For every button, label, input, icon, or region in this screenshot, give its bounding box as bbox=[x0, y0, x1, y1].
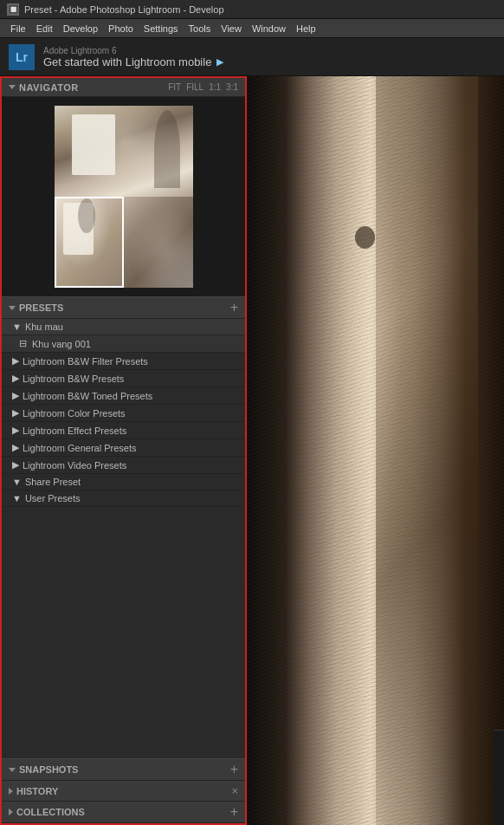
nav-fill[interactable]: FILL bbox=[186, 82, 204, 92]
nav-1to1[interactable]: 1:1 bbox=[209, 82, 221, 92]
preset-group-bw[interactable]: ▶ Lightroom B&W Presets bbox=[2, 370, 245, 387]
triangle-right-icon-3: ▶ bbox=[12, 390, 19, 401]
triangle-right-icon-6: ▶ bbox=[12, 442, 19, 453]
effect-label: Lightroom Effect Presets bbox=[23, 425, 126, 436]
menu-window[interactable]: Window bbox=[247, 23, 291, 34]
triangle-right-icon-5: ▶ bbox=[12, 425, 19, 436]
navigator-collapse-icon bbox=[9, 85, 16, 89]
preset-group-video[interactable]: ▶ Lightroom Video Presets bbox=[2, 457, 245, 474]
photo-strip bbox=[494, 730, 504, 825]
preset-group-khumau: ▼ Khu mau ⊟ Khu vang 001 bbox=[2, 319, 245, 353]
snapshots-add-button[interactable]: + bbox=[230, 763, 238, 776]
bwtoned-label: Lightroom B&W Toned Presets bbox=[23, 391, 152, 401]
presets-section: Presets + ▼ Khu mau ⊟ Khu vang 001 ▶ bbox=[2, 296, 245, 758]
nav-image-bottom-right bbox=[124, 197, 193, 288]
triangle-right-icon-4: ▶ bbox=[12, 407, 19, 419]
snapshots-header[interactable]: Snapshots + bbox=[2, 759, 245, 781]
window-title: Preset - Adobe Photoshop Lightroom - Dev… bbox=[24, 4, 224, 15]
bw-label: Lightroom B&W Presets bbox=[23, 374, 124, 384]
nav-image-bottom-left bbox=[55, 197, 124, 288]
bottom-sections: Snapshots + History × Collections + bbox=[2, 758, 245, 823]
play-button[interactable]: ▶ bbox=[216, 56, 223, 68]
nav-3to1[interactable]: 3:1 bbox=[226, 82, 238, 92]
history-expand-icon bbox=[9, 788, 13, 795]
color-label: Lightroom Color Presets bbox=[23, 408, 126, 419]
main-layout: Navigator FIT FILL 1:1 3:1 bbox=[0, 76, 504, 825]
triangle-down-icon: ▼ bbox=[12, 322, 22, 332]
presets-add-button[interactable]: + bbox=[230, 301, 238, 315]
menu-bar: File Edit Develop Photo Settings Tools V… bbox=[0, 19, 504, 38]
menu-help[interactable]: Help bbox=[291, 23, 321, 34]
preset-group-userpresets[interactable]: ▼ User Presets bbox=[2, 490, 245, 507]
preset-group-effect[interactable]: ▶ Lightroom Effect Presets bbox=[2, 422, 245, 439]
triangle-right-icon-2: ▶ bbox=[12, 373, 19, 384]
collections-expand-icon bbox=[9, 809, 13, 815]
menu-view[interactable]: View bbox=[216, 23, 247, 34]
filmstrip bbox=[494, 731, 504, 825]
right-photo-area bbox=[247, 76, 504, 825]
app-subtitle: Adobe Lightroom 6 bbox=[43, 46, 223, 55]
snapshots-title: Snapshots bbox=[19, 764, 78, 775]
spacer bbox=[2, 507, 245, 514]
history-close-button[interactable]: × bbox=[231, 784, 238, 797]
menu-photo[interactable]: Photo bbox=[103, 23, 139, 34]
collections-header[interactable]: Collections + bbox=[2, 802, 245, 823]
menu-tools[interactable]: Tools bbox=[184, 23, 216, 34]
preset-file-icon: ⊟ bbox=[19, 338, 27, 349]
snapshots-collapse-icon bbox=[9, 768, 16, 772]
main-photo bbox=[247, 76, 504, 825]
title-bar: 🔲 Preset - Adobe Photoshop Lightroom - D… bbox=[0, 0, 504, 19]
triangle-down-icon-2: ▼ bbox=[12, 477, 22, 487]
menu-settings[interactable]: Settings bbox=[139, 23, 184, 34]
preset-group-general[interactable]: ▶ Lightroom General Presets bbox=[2, 439, 245, 457]
menu-edit[interactable]: Edit bbox=[31, 23, 58, 34]
navigator-area bbox=[2, 97, 245, 296]
nav-fit[interactable]: FIT bbox=[168, 82, 181, 92]
triangle-right-icon: ▶ bbox=[12, 355, 19, 367]
preset-group-color[interactable]: ▶ Lightroom Color Presets bbox=[2, 405, 245, 422]
preset-group-khumau-header[interactable]: ▼ Khu mau bbox=[2, 319, 245, 335]
sharepreset-label: Share Preset bbox=[25, 477, 81, 487]
bwfilter-label: Lightroom B&W Filter Presets bbox=[23, 356, 148, 367]
preset-group-bwtoned[interactable]: ▶ Lightroom B&W Toned Presets bbox=[2, 387, 245, 405]
app-icon: 🔲 bbox=[7, 3, 19, 16]
menu-file[interactable]: File bbox=[5, 23, 31, 34]
khumau-label: Khu mau bbox=[25, 322, 63, 332]
menu-develop[interactable]: Develop bbox=[58, 23, 103, 34]
triangle-down-icon-3: ▼ bbox=[12, 493, 22, 503]
history-title: History bbox=[16, 786, 58, 796]
lr-badge: Lr bbox=[9, 44, 35, 70]
collections-title: Collections bbox=[16, 807, 85, 817]
general-label: Lightroom General Presets bbox=[23, 443, 136, 453]
app-header: Lr Adobe Lightroom 6 Get started with Li… bbox=[0, 38, 504, 76]
navigator-header[interactable]: Navigator FIT FILL 1:1 3:1 bbox=[2, 78, 245, 97]
video-label: Lightroom Video Presets bbox=[23, 460, 126, 471]
presets-header[interactable]: Presets + bbox=[2, 296, 245, 319]
khuvang-label: Khu vang 001 bbox=[32, 339, 91, 349]
preset-group-sharepreset[interactable]: ▼ Share Preset bbox=[2, 474, 245, 490]
history-header[interactable]: History × bbox=[2, 781, 245, 802]
presets-title: Presets bbox=[19, 302, 63, 313]
preset-group-bwfilter[interactable]: ▶ Lightroom B&W Filter Presets bbox=[2, 353, 245, 370]
presets-collapse-icon bbox=[9, 306, 16, 310]
triangle-right-icon-7: ▶ bbox=[12, 459, 19, 471]
nav-image-top bbox=[55, 106, 193, 197]
preset-item-khuvang[interactable]: ⊟ Khu vang 001 bbox=[2, 335, 245, 353]
userpresets-label: User Presets bbox=[25, 493, 81, 503]
app-title: Get started with Lightroom mobile ▶ bbox=[43, 55, 223, 68]
left-panel: Navigator FIT FILL 1:1 3:1 bbox=[0, 76, 247, 825]
collections-add-button[interactable]: + bbox=[230, 805, 238, 819]
navigator-controls: FIT FILL 1:1 3:1 bbox=[168, 82, 238, 92]
navigator-title: Navigator bbox=[19, 82, 79, 93]
